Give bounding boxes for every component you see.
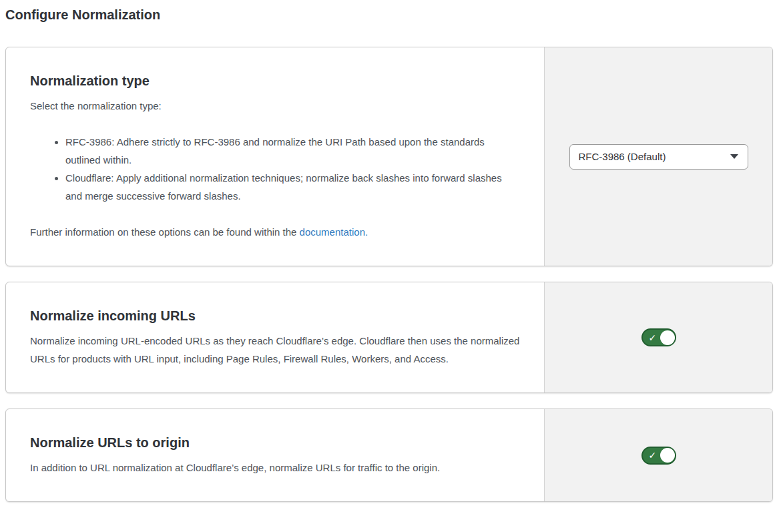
normalize-urls-to-origin-toggle[interactable]: ✓: [641, 447, 676, 465]
card-title: Normalize URLs to origin: [30, 434, 520, 451]
footer-note: Further information on these options can…: [30, 223, 520, 241]
toggle-knob: [660, 448, 675, 463]
card-title: Normalization type: [30, 72, 520, 89]
footer-note-text: Further information on these options can…: [30, 226, 300, 238]
settings-card-normalize-urls-to-origin: Normalize URLs to origin In addition to …: [5, 409, 773, 502]
card-title: Normalize incoming URLs: [30, 307, 520, 324]
chevron-down-icon: [730, 154, 738, 159]
card-intro: Select the normalization type:: [30, 97, 520, 115]
settings-card-normalize-incoming-urls: Normalize incoming URLs Normalize incomi…: [5, 282, 773, 393]
documentation-link[interactable]: documentation: [300, 226, 365, 238]
normalize-incoming-urls-toggle[interactable]: ✓: [641, 328, 676, 346]
check-icon: ✓: [649, 451, 657, 460]
toggle-knob: [660, 330, 675, 345]
check-icon: ✓: [649, 332, 657, 342]
select-value: RFC-3986 (Default): [579, 151, 666, 162]
card-control-panel: ✓: [544, 282, 772, 392]
bullet-list: RFC-3986: Adhere strictly to RFC-3986 an…: [30, 133, 520, 205]
normalization-type-select[interactable]: RFC-3986 (Default): [569, 144, 748, 170]
card-content: Normalize incoming URLs Normalize incomi…: [6, 282, 544, 392]
card-control-panel: RFC-3986 (Default): [544, 47, 772, 266]
list-item: Cloudflare: Apply additional normalizati…: [65, 169, 520, 205]
footer-note-period: .: [365, 226, 368, 238]
settings-card-normalization-type: Normalization type Select the normalizat…: [5, 47, 773, 266]
card-content: Normalize URLs to origin In addition to …: [6, 409, 544, 501]
card-description: Normalize incoming URL-encoded URLs as t…: [30, 332, 520, 368]
list-item: RFC-3986: Adhere strictly to RFC-3986 an…: [65, 133, 520, 169]
card-description: In addition to URL normalization at Clou…: [30, 459, 520, 477]
page-title: Configure Normalization: [5, 7, 773, 23]
card-control-panel: ✓: [544, 409, 772, 501]
card-content: Normalization type Select the normalizat…: [6, 47, 544, 266]
